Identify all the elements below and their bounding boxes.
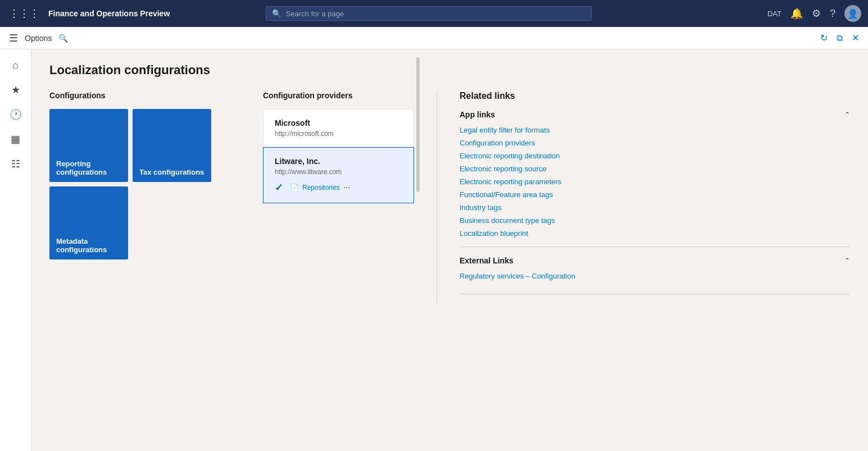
link-loc-blueprint[interactable]: Localization blueprint — [460, 229, 850, 238]
topbar-right: DAT 🔔 ⚙ ? 👤 — [767, 5, 861, 22]
main-layout: ⌂ ★ 🕐 ▦ ☷ Localization configurations Co… — [0, 49, 868, 451]
search-input[interactable] — [286, 10, 585, 18]
sidebar-workspaces[interactable]: ▦ — [4, 128, 27, 151]
tile-metadata[interactable]: Metadata configurations — [49, 186, 128, 259]
link-industry-tags[interactable]: Industry tags — [460, 203, 850, 212]
repositories-label: Repositories — [302, 184, 340, 192]
app-links-section-label: App links — [460, 110, 495, 119]
more-icon[interactable]: ⋯ — [343, 184, 351, 192]
dat-label: DAT — [767, 10, 781, 18]
refresh-icon[interactable]: ↻ — [820, 33, 828, 43]
grid-icon[interactable]: ⋮⋮⋮ — [7, 5, 42, 22]
close-icon[interactable]: ✕ — [852, 33, 859, 43]
secondbar-actions: ↻ ⧉ ✕ — [820, 33, 859, 43]
notification-icon[interactable]: 🔔 — [790, 7, 803, 20]
provider-url-microsoft: http://microsoft.com — [275, 130, 402, 138]
sidebar-home[interactable]: ⌂ — [4, 54, 27, 76]
tile-reporting[interactable]: Reporting configurations — [49, 109, 128, 182]
provider-card-bottom: ✓ 📄 Repositories ⋯ — [275, 181, 402, 194]
settings-icon[interactable]: ⚙ — [812, 7, 821, 20]
related-links-title: Related links — [460, 91, 850, 101]
secondbar: ☰ Options 🔍 ↻ ⧉ ✕ — [0, 27, 868, 49]
secondbar-search-icon[interactable]: 🔍 — [58, 34, 68, 43]
link-functional-tags[interactable]: Functional/Feature area tags — [460, 190, 850, 199]
provider-name-microsoft: Microsoft — [275, 119, 402, 127]
link-biz-doc-tags[interactable]: Business document type tags — [460, 216, 850, 225]
link-er-destination[interactable]: Electronic reporting destination — [460, 152, 850, 160]
provider-card-microsoft[interactable]: Microsoft http://microsoft.com — [263, 109, 414, 147]
configurations-column-title: Configurations — [49, 91, 252, 100]
help-icon[interactable]: ? — [830, 8, 835, 20]
link-er-parameters[interactable]: Electronic reporting parameters — [460, 177, 850, 186]
related-links-column: Related links App links ⌃ Legal entity f… — [437, 91, 850, 303]
columns-layout: Configurations Reporting configurations … — [49, 91, 850, 303]
open-new-icon[interactable]: ⧉ — [837, 33, 843, 43]
external-links-list: Regulatory services – Configuration — [460, 272, 850, 285]
config-tiles: Reporting configurations Tax configurati… — [49, 109, 252, 259]
providers-column: Configuration providers Microsoft http:/… — [263, 91, 437, 303]
app-links-list: Legal entity filter for formats Configur… — [460, 126, 850, 238]
link-config-providers[interactable]: Configuration providers — [460, 139, 850, 147]
external-links-header: External Links ⌃ — [460, 256, 850, 265]
provider-url-litware: http://www.litware.com — [275, 168, 402, 176]
divider-2 — [460, 294, 850, 294]
sidebar-modules[interactable]: ☷ — [4, 153, 27, 175]
link-reg-services[interactable]: Regulatory services – Configuration — [460, 272, 850, 280]
external-links-chevron-icon[interactable]: ⌃ — [844, 257, 850, 265]
providers-column-title: Configuration providers — [263, 91, 414, 100]
hamburger-icon[interactable]: ☰ — [9, 32, 18, 44]
app-links-header: App links ⌃ — [460, 110, 850, 119]
page-title: Localization configurations — [49, 63, 850, 78]
scrollbar[interactable] — [416, 57, 420, 192]
search-icon: 🔍 — [272, 9, 281, 18]
options-label: Options — [25, 34, 52, 43]
divider-1 — [460, 247, 850, 247]
search-box[interactable]: 🔍 — [266, 6, 592, 21]
link-legal-entity[interactable]: Legal entity filter for formats — [460, 126, 850, 134]
provider-name-litware: Litware, Inc. — [275, 157, 402, 166]
app-title: Finance and Operations Preview — [48, 9, 170, 18]
provider-card-litware[interactable]: Litware, Inc. http://www.litware.com ✓ 📄… — [263, 147, 414, 203]
app-links-chevron-icon[interactable]: ⌃ — [844, 111, 850, 119]
repositories-link[interactable]: 📄 Repositories ⋯ — [290, 184, 351, 192]
avatar[interactable]: 👤 — [844, 5, 861, 22]
tile-tax[interactable]: Tax configurations — [133, 109, 211, 182]
external-links-section-label: External Links — [460, 256, 513, 265]
check-icon: ✓ — [275, 181, 283, 194]
sidebar-recent[interactable]: 🕐 — [4, 103, 27, 126]
sidebar-favorites[interactable]: ★ — [4, 79, 27, 101]
topbar: ⋮⋮⋮ Finance and Operations Preview 🔍 DAT… — [0, 0, 868, 27]
sidebar: ⌂ ★ 🕐 ▦ ☷ — [0, 49, 31, 451]
content-area: Localization configurations Configuratio… — [31, 49, 868, 451]
configurations-column: Configurations Reporting configurations … — [49, 91, 263, 303]
book-icon: 📄 — [290, 184, 299, 192]
link-er-source[interactable]: Electronic reporting source — [460, 165, 850, 173]
